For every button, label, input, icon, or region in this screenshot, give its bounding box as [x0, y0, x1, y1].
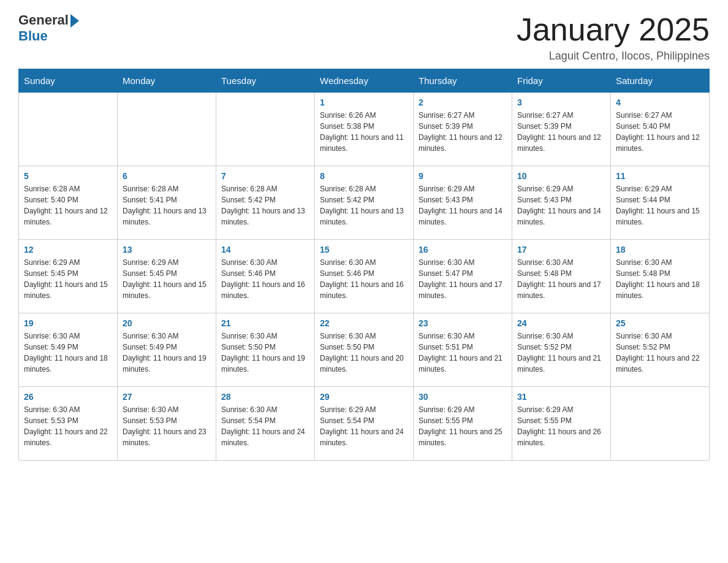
day-number: 10 — [517, 171, 605, 181]
day-number: 27 — [123, 392, 211, 402]
calendar-body: 1Sunrise: 6:26 AM Sunset: 5:38 PM Daylig… — [19, 93, 710, 461]
day-number: 25 — [616, 318, 704, 328]
day-info: Sunrise: 6:30 AM Sunset: 5:46 PM Dayligh… — [221, 257, 309, 301]
day-number: 7 — [221, 171, 309, 181]
day-number: 8 — [320, 171, 408, 181]
day-info: Sunrise: 6:30 AM Sunset: 5:52 PM Dayligh… — [517, 331, 605, 375]
calendar-empty-cell — [19, 93, 118, 166]
calendar-day-8: 8Sunrise: 6:28 AM Sunset: 5:42 PM Daylig… — [315, 166, 414, 240]
day-info: Sunrise: 6:28 AM Sunset: 5:40 PM Dayligh… — [24, 183, 112, 228]
calendar-day-19: 19Sunrise: 6:30 AM Sunset: 5:49 PM Dayli… — [19, 313, 118, 387]
day-info: Sunrise: 6:30 AM Sunset: 5:51 PM Dayligh… — [419, 331, 507, 375]
calendar-week-row: 26Sunrise: 6:30 AM Sunset: 5:53 PM Dayli… — [19, 387, 710, 461]
calendar-day-28: 28Sunrise: 6:30 AM Sunset: 5:54 PM Dayli… — [216, 387, 315, 461]
day-info: Sunrise: 6:30 AM Sunset: 5:50 PM Dayligh… — [221, 331, 309, 375]
day-info: Sunrise: 6:29 AM Sunset: 5:55 PM Dayligh… — [517, 404, 605, 448]
calendar-day-4: 4Sunrise: 6:27 AM Sunset: 5:40 PM Daylig… — [611, 93, 710, 166]
day-number: 15 — [320, 245, 408, 255]
day-number: 29 — [320, 392, 408, 402]
day-info: Sunrise: 6:30 AM Sunset: 5:47 PM Dayligh… — [419, 257, 507, 301]
day-number: 30 — [419, 392, 507, 402]
weekday-header-friday: Friday — [512, 69, 611, 93]
calendar-day-22: 22Sunrise: 6:30 AM Sunset: 5:50 PM Dayli… — [315, 313, 414, 387]
day-info: Sunrise: 6:26 AM Sunset: 5:38 PM Dayligh… — [320, 110, 408, 154]
calendar-day-6: 6Sunrise: 6:28 AM Sunset: 5:41 PM Daylig… — [118, 166, 216, 240]
day-info: Sunrise: 6:30 AM Sunset: 5:49 PM Dayligh… — [24, 331, 112, 375]
day-number: 18 — [616, 245, 704, 255]
day-info: Sunrise: 6:29 AM Sunset: 5:45 PM Dayligh… — [123, 257, 211, 301]
day-number: 14 — [221, 245, 309, 255]
day-number: 20 — [123, 318, 211, 328]
day-info: Sunrise: 6:28 AM Sunset: 5:42 PM Dayligh… — [320, 183, 408, 228]
day-number: 22 — [320, 318, 408, 328]
day-info: Sunrise: 6:27 AM Sunset: 5:39 PM Dayligh… — [419, 110, 507, 154]
calendar-day-3: 3Sunrise: 6:27 AM Sunset: 5:39 PM Daylig… — [512, 93, 611, 166]
calendar-day-17: 17Sunrise: 6:30 AM Sunset: 5:48 PM Dayli… — [512, 240, 611, 313]
day-number: 16 — [419, 245, 507, 255]
calendar-day-11: 11Sunrise: 6:29 AM Sunset: 5:44 PM Dayli… — [611, 166, 710, 240]
day-number: 4 — [616, 98, 704, 107]
day-number: 13 — [123, 245, 211, 255]
calendar-day-29: 29Sunrise: 6:29 AM Sunset: 5:54 PM Dayli… — [315, 387, 414, 461]
day-number: 5 — [24, 171, 112, 181]
calendar-week-row: 1Sunrise: 6:26 AM Sunset: 5:38 PM Daylig… — [19, 93, 710, 166]
weekday-header-sunday: Sunday — [19, 69, 118, 93]
calendar-day-7: 7Sunrise: 6:28 AM Sunset: 5:42 PM Daylig… — [216, 166, 315, 240]
calendar-day-15: 15Sunrise: 6:30 AM Sunset: 5:46 PM Dayli… — [315, 240, 414, 313]
calendar-empty-cell — [611, 387, 710, 461]
title-block: January 2025 Laguit Centro, Ilocos, Phil… — [517, 12, 710, 63]
day-number: 11 — [616, 171, 704, 181]
day-number: 31 — [517, 392, 605, 402]
calendar-empty-cell — [216, 93, 315, 166]
day-number: 6 — [123, 171, 211, 181]
day-number: 28 — [221, 392, 309, 402]
day-number: 17 — [517, 245, 605, 255]
day-number: 12 — [24, 245, 112, 255]
day-info: Sunrise: 6:27 AM Sunset: 5:39 PM Dayligh… — [517, 110, 605, 154]
calendar-day-21: 21Sunrise: 6:30 AM Sunset: 5:50 PM Dayli… — [216, 313, 315, 387]
weekday-header-thursday: Thursday — [414, 69, 512, 93]
calendar-day-25: 25Sunrise: 6:30 AM Sunset: 5:52 PM Dayli… — [611, 313, 710, 387]
weekday-header-saturday: Saturday — [611, 69, 710, 93]
logo-arrow-icon — [70, 14, 79, 28]
calendar-day-27: 27Sunrise: 6:30 AM Sunset: 5:53 PM Dayli… — [118, 387, 216, 461]
day-number: 2 — [419, 98, 507, 107]
day-number: 9 — [419, 171, 507, 181]
calendar-day-26: 26Sunrise: 6:30 AM Sunset: 5:53 PM Dayli… — [19, 387, 118, 461]
day-info: Sunrise: 6:30 AM Sunset: 5:49 PM Dayligh… — [123, 331, 211, 375]
calendar-day-30: 30Sunrise: 6:29 AM Sunset: 5:55 PM Dayli… — [414, 387, 512, 461]
calendar-empty-cell — [118, 93, 216, 166]
calendar-day-16: 16Sunrise: 6:30 AM Sunset: 5:47 PM Dayli… — [414, 240, 512, 313]
day-info: Sunrise: 6:29 AM Sunset: 5:55 PM Dayligh… — [419, 404, 507, 448]
day-info: Sunrise: 6:30 AM Sunset: 5:52 PM Dayligh… — [616, 331, 704, 375]
calendar-day-12: 12Sunrise: 6:29 AM Sunset: 5:45 PM Dayli… — [19, 240, 118, 313]
logo-blue-text: Blue — [18, 28, 48, 44]
weekday-header-tuesday: Tuesday — [216, 69, 315, 93]
day-info: Sunrise: 6:29 AM Sunset: 5:44 PM Dayligh… — [616, 183, 704, 228]
day-info: Sunrise: 6:30 AM Sunset: 5:53 PM Dayligh… — [24, 404, 112, 448]
day-number: 23 — [419, 318, 507, 328]
logo-general-text: General — [18, 12, 69, 28]
calendar-day-24: 24Sunrise: 6:30 AM Sunset: 5:52 PM Dayli… — [512, 313, 611, 387]
location-subtitle: Laguit Centro, Ilocos, Philippines — [517, 50, 710, 63]
month-title: January 2025 — [517, 12, 710, 47]
calendar-day-2: 2Sunrise: 6:27 AM Sunset: 5:39 PM Daylig… — [414, 93, 512, 166]
day-number: 26 — [24, 392, 112, 402]
day-number: 1 — [320, 98, 408, 107]
day-number: 19 — [24, 318, 112, 328]
calendar-table: SundayMondayTuesdayWednesdayThursdayFrid… — [18, 69, 710, 461]
calendar-day-23: 23Sunrise: 6:30 AM Sunset: 5:51 PM Dayli… — [414, 313, 512, 387]
calendar-day-10: 10Sunrise: 6:29 AM Sunset: 5:43 PM Dayli… — [512, 166, 611, 240]
calendar-week-row: 12Sunrise: 6:29 AM Sunset: 5:45 PM Dayli… — [19, 240, 710, 313]
calendar-day-31: 31Sunrise: 6:29 AM Sunset: 5:55 PM Dayli… — [512, 387, 611, 461]
weekday-header-monday: Monday — [118, 69, 216, 93]
day-number: 3 — [517, 98, 605, 107]
calendar-header: SundayMondayTuesdayWednesdayThursdayFrid… — [19, 69, 710, 93]
day-info: Sunrise: 6:28 AM Sunset: 5:42 PM Dayligh… — [221, 183, 309, 228]
calendar-day-18: 18Sunrise: 6:30 AM Sunset: 5:48 PM Dayli… — [611, 240, 710, 313]
day-info: Sunrise: 6:28 AM Sunset: 5:41 PM Dayligh… — [123, 183, 211, 228]
weekday-header-wednesday: Wednesday — [315, 69, 414, 93]
day-info: Sunrise: 6:30 AM Sunset: 5:46 PM Dayligh… — [320, 257, 408, 301]
day-info: Sunrise: 6:30 AM Sunset: 5:54 PM Dayligh… — [221, 404, 309, 448]
day-info: Sunrise: 6:29 AM Sunset: 5:45 PM Dayligh… — [24, 257, 112, 301]
